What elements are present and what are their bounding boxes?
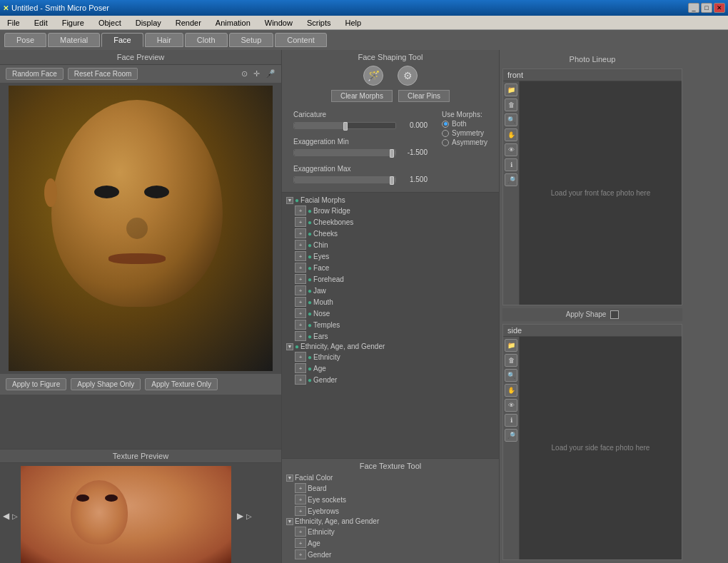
tab-setup[interactable]: Setup <box>229 33 274 47</box>
menu-file[interactable]: File <box>3 17 24 29</box>
use-morphs-asymmetry-row[interactable]: Asymmetry <box>442 138 487 146</box>
random-face-button[interactable]: Random Face <box>6 68 64 80</box>
side-zoom-in-icon[interactable]: 🔍 <box>505 369 517 382</box>
tree-texture-ethnicity[interactable]: + Ethnicity <box>293 526 496 537</box>
caricature-slider[interactable] <box>293 122 396 129</box>
expand-cheekbones[interactable]: + <box>295 217 306 227</box>
use-morphs-both-radio[interactable] <box>442 121 449 128</box>
expand-face[interactable]: + <box>295 263 306 273</box>
apply-shape-only-button[interactable]: Apply Shape Only <box>71 378 141 390</box>
tree-chin[interactable]: + ● Chin <box>293 239 496 250</box>
front-zoom-out-icon[interactable]: 🔎 <box>505 173 517 186</box>
apply-shape-checkbox[interactable] <box>610 310 619 319</box>
expand-mouth[interactable]: + <box>295 297 306 307</box>
expand-eye-sockets[interactable]: + <box>295 494 306 504</box>
front-info-icon[interactable]: ℹ <box>505 158 517 171</box>
exaggeration-min-slider[interactable] <box>293 149 396 156</box>
menu-animation[interactable]: Animation <box>211 17 255 29</box>
move-icon[interactable]: ✛ <box>253 69 260 78</box>
expand-age[interactable]: + <box>295 363 306 373</box>
camera-icon[interactable]: ⊙ <box>241 69 248 78</box>
expand-cheeks[interactable]: + <box>295 228 306 238</box>
expand-brow-ridge[interactable]: + <box>295 206 306 215</box>
tree-facial-morphs-root[interactable]: ▼ ● Facial Morphs <box>285 196 496 205</box>
apply-to-figure-button[interactable]: Apply to Figure <box>6 378 66 390</box>
expand-facial-morphs[interactable]: ▼ <box>286 197 293 204</box>
use-morphs-symmetry-radio[interactable] <box>442 130 449 137</box>
menu-figure[interactable]: Figure <box>58 17 89 29</box>
tab-pose[interactable]: Pose <box>4 33 46 47</box>
tab-cloth[interactable]: Cloth <box>185 33 228 47</box>
expand-jaw[interactable]: + <box>295 285 306 295</box>
expand-ears[interactable]: + <box>295 331 306 341</box>
front-hand-icon[interactable]: ✋ <box>505 128 517 141</box>
side-photo-area[interactable]: Load your side face photo here <box>520 337 682 560</box>
menu-render[interactable]: Render <box>171 17 206 29</box>
tree-jaw[interactable]: + ● Jaw <box>293 285 496 296</box>
side-folder-icon[interactable]: 📁 <box>505 339 517 352</box>
texture-left-arrow[interactable]: ◀ <box>3 511 9 521</box>
maximize-button[interactable]: □ <box>701 3 712 13</box>
expand-facial-color[interactable]: ▼ <box>286 475 293 482</box>
tree-facial-color-root[interactable]: ▼ Facial Color <box>285 473 496 482</box>
tree-eyebrows[interactable]: + Eyebrows <box>293 505 496 517</box>
texture-right-arrow[interactable]: ▶ <box>237 511 243 521</box>
tree-mouth[interactable]: + ● Mouth <box>293 296 496 308</box>
front-zoom-in-icon[interactable]: 🔍 <box>505 113 517 126</box>
expand-chin[interactable]: + <box>295 240 306 250</box>
tree-ears[interactable]: + ● Ears <box>293 330 496 342</box>
tree-brow-ridge[interactable]: + ● Brow Ridge <box>293 205 496 216</box>
expand-temples[interactable]: + <box>295 320 306 330</box>
close-button[interactable]: ✕ <box>714 3 725 13</box>
front-face-detect-icon[interactable]: 👁 <box>505 143 517 156</box>
tree-texture-gender[interactable]: + Gender <box>293 549 496 560</box>
expand-nose[interactable]: + <box>295 308 306 318</box>
tree-age[interactable]: + ● Age <box>293 362 496 374</box>
front-folder-icon[interactable]: 📁 <box>505 83 517 96</box>
menu-scripts[interactable]: Scripts <box>303 17 335 29</box>
face-shaping-icon-pin[interactable]: ⚙ <box>398 66 418 86</box>
tab-hair[interactable]: Hair <box>145 33 183 47</box>
tree-texture-age[interactable]: + Age <box>293 537 496 549</box>
tab-material[interactable]: Material <box>48 33 100 47</box>
tree-cheeks[interactable]: + ● Cheeks <box>293 228 496 239</box>
clear-morphs-button[interactable]: Clear Morphs <box>331 90 393 102</box>
menu-display[interactable]: Display <box>131 17 166 29</box>
tab-content[interactable]: Content <box>275 33 327 47</box>
tree-ethnicity-age-gender-root[interactable]: ▼ ● Ethnicity, Age, and Gender <box>285 342 496 351</box>
tree-eye-sockets[interactable]: + Eye sockets <box>293 494 496 505</box>
side-info-icon[interactable]: ℹ <box>505 414 517 427</box>
tree-beard[interactable]: + Beard <box>293 482 496 494</box>
mic-icon[interactable]: 🎤 <box>266 69 275 78</box>
face-shaping-icon-morph[interactable]: 🪄 <box>363 66 383 86</box>
expand-forehead[interactable]: + <box>295 274 306 284</box>
menu-edit[interactable]: Edit <box>30 17 52 29</box>
front-photo-area[interactable]: Load your front face photo here <box>520 81 682 305</box>
expand-gender[interactable]: + <box>295 375 306 385</box>
tree-face[interactable]: + ● Face <box>293 262 496 273</box>
front-delete-icon[interactable]: 🗑 <box>505 98 517 111</box>
expand-ethnicity-root[interactable]: ▼ <box>286 343 293 350</box>
tree-gender[interactable]: + ● Gender <box>293 374 496 385</box>
use-morphs-symmetry-row[interactable]: Symmetry <box>442 129 487 137</box>
tree-forehead[interactable]: + ● Forehead <box>293 273 496 285</box>
exaggeration-max-slider[interactable] <box>293 176 396 183</box>
use-morphs-asymmetry-radio[interactable] <box>442 139 449 146</box>
tree-temples[interactable]: + ● Temples <box>293 319 496 330</box>
tab-face[interactable]: Face <box>101 33 143 47</box>
expand-eyebrows[interactable]: + <box>295 506 306 516</box>
side-zoom-out-icon[interactable]: 🔎 <box>505 429 517 442</box>
menu-window[interactable]: Window <box>261 17 297 29</box>
menu-help[interactable]: Help <box>341 17 366 29</box>
clear-pins-button[interactable]: Clear Pins <box>398 90 450 102</box>
reset-face-room-button[interactable]: Reset Face Room <box>68 68 138 80</box>
side-face-detect-icon[interactable]: 👁 <box>505 399 517 412</box>
side-hand-icon[interactable]: ✋ <box>505 384 517 397</box>
side-delete-icon[interactable]: 🗑 <box>505 354 517 367</box>
tree-ethnicity[interactable]: + ● Ethnicity <box>293 351 496 362</box>
menu-object[interactable]: Object <box>94 17 126 29</box>
tree-texture-ethnicity-root[interactable]: ▼ Ethnicity, Age, and Gender <box>285 517 496 526</box>
expand-texture-ethnicity[interactable]: ▼ <box>286 518 293 525</box>
tree-cheekbones[interactable]: + ● Cheekbones <box>293 216 496 228</box>
apply-texture-only-button[interactable]: Apply Texture Only <box>145 378 218 390</box>
